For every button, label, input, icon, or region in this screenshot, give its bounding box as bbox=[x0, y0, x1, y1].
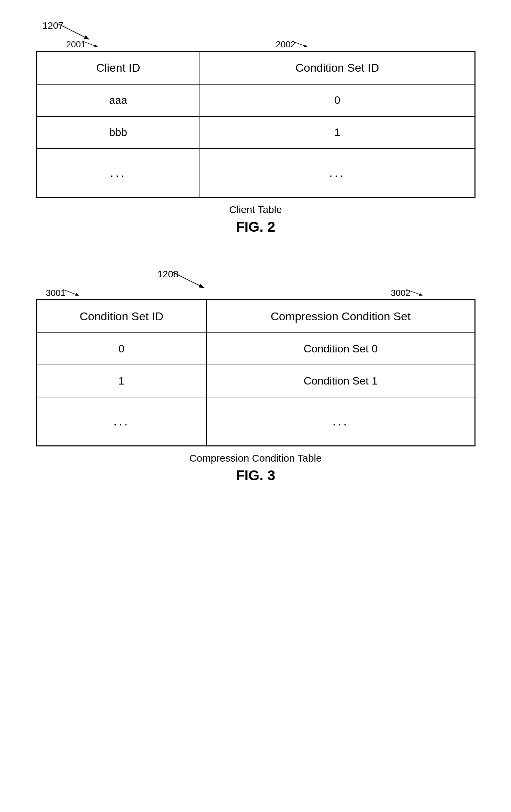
comp-table-col2-header: Compression Condition Set bbox=[207, 300, 475, 333]
figure2-label: FIG. 2 bbox=[36, 219, 475, 235]
arrow-3002 bbox=[403, 288, 430, 298]
comp-table-row3-col1: ... bbox=[36, 397, 207, 446]
table-row: aaa 0 bbox=[36, 84, 475, 116]
client-table-row2-col2: 1 bbox=[200, 116, 475, 148]
client-table-row1-col2: 0 bbox=[200, 84, 475, 116]
client-table: Client ID Condition Set ID aaa 0 bbb 1 .… bbox=[36, 51, 475, 198]
figure3-container: 1208 3001 3002 bbox=[36, 269, 475, 484]
client-table-row2-col1: bbb bbox=[36, 116, 200, 148]
arrow-2001 bbox=[78, 39, 106, 49]
comp-table-col1-header: Condition Set ID bbox=[36, 300, 207, 333]
comp-table-row1-col2: Condition Set 0 bbox=[207, 333, 475, 365]
table-row: bbb 1 bbox=[36, 116, 475, 148]
figure3-annotations: 1208 3001 3002 bbox=[36, 269, 475, 299]
client-table-row3-col2: ... bbox=[200, 148, 475, 198]
table-row: 0 Condition Set 0 bbox=[36, 333, 475, 365]
client-table-row1-col1: aaa bbox=[36, 84, 200, 116]
comp-table-row2-col1: 1 bbox=[36, 365, 207, 397]
comp-table-row1-col1: 0 bbox=[36, 333, 207, 365]
client-table-col1-header: Client ID bbox=[36, 51, 200, 85]
figure3-caption: Compression Condition Table bbox=[36, 453, 475, 464]
figure2-container: 1207 2001 2002 bbox=[36, 20, 475, 235]
comp-table-row2-col2: Condition Set 1 bbox=[207, 365, 475, 397]
figure2-caption: Client Table bbox=[36, 204, 475, 215]
arrow-1208 bbox=[169, 269, 224, 296]
table-row: ... ... bbox=[36, 148, 475, 198]
table-row: ... ... bbox=[36, 397, 475, 446]
figure3-label: FIG. 3 bbox=[36, 467, 475, 484]
comp-table-row3-col2: ... bbox=[207, 397, 475, 446]
client-table-col2-header: Condition Set ID bbox=[200, 51, 475, 85]
arrow-3001 bbox=[60, 288, 87, 298]
figure2-annotations: 1207 2001 2002 bbox=[36, 20, 475, 51]
arrow-2002 bbox=[288, 39, 315, 49]
table-row: 1 Condition Set 1 bbox=[36, 365, 475, 397]
client-table-row3-col1: ... bbox=[36, 148, 200, 198]
compression-condition-table: Condition Set ID Compression Condition S… bbox=[36, 299, 475, 446]
